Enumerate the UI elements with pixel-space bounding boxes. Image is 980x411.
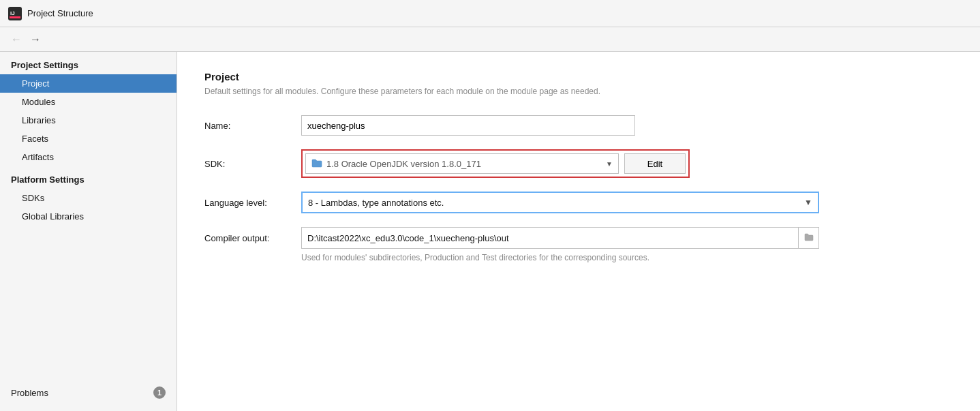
nav-bar: ← → bbox=[0, 27, 980, 52]
back-button[interactable]: ← bbox=[8, 31, 25, 48]
name-input[interactable] bbox=[301, 115, 635, 136]
sidebar-item-sdks[interactable]: SDKs bbox=[0, 189, 177, 207]
compiler-output-row: Compiler output: Used for modules' subdi… bbox=[204, 227, 953, 262]
problems-item[interactable]: Problems 1 bbox=[0, 380, 177, 406]
svg-text:IJ: IJ bbox=[10, 10, 15, 16]
sdk-edit-button[interactable]: Edit bbox=[624, 153, 686, 174]
folder-browse-icon bbox=[804, 232, 814, 243]
section-title: Project bbox=[204, 71, 953, 82]
sdk-dropdown-arrow-icon: ▼ bbox=[606, 160, 613, 168]
name-row: Name: bbox=[204, 115, 953, 136]
compiler-row-inner: Compiler output: bbox=[204, 227, 953, 249]
forward-button[interactable]: → bbox=[27, 31, 44, 48]
sdk-wrapper: 1.8 Oracle OpenJDK version 1.8.0_171 ▼ E… bbox=[301, 149, 690, 178]
language-level-value: 8 - Lambdas, type annotations etc. bbox=[308, 198, 800, 208]
language-level-row: Language level: 8 - Lambdas, type annota… bbox=[204, 192, 953, 213]
compiler-input-wrapper bbox=[301, 227, 819, 249]
sdk-label: SDK: bbox=[204, 159, 293, 169]
sdk-row: SDK: 1.8 Oracle OpenJDK version 1.8.0_17… bbox=[204, 149, 953, 178]
sdk-dropdown[interactable]: 1.8 Oracle OpenJDK version 1.8.0_171 ▼ bbox=[305, 153, 619, 174]
name-label: Name: bbox=[204, 121, 293, 131]
main-container: Project Settings Project Modules Librari… bbox=[0, 52, 980, 411]
sdk-folder-icon bbox=[311, 158, 322, 170]
sidebar-item-facets[interactable]: Facets bbox=[0, 130, 177, 148]
problems-badge: 1 bbox=[153, 386, 166, 399]
sidebar-item-artifacts[interactable]: Artifacts bbox=[0, 148, 177, 166]
svg-rect-1 bbox=[10, 16, 20, 18]
sidebar-item-global-libraries[interactable]: Global Libraries bbox=[0, 207, 177, 226]
problems-label: Problems bbox=[11, 388, 48, 398]
compiler-browse-button[interactable] bbox=[798, 228, 818, 248]
compiler-output-label: Compiler output: bbox=[204, 233, 293, 243]
project-settings-header: Project Settings bbox=[0, 52, 177, 74]
sidebar-item-libraries[interactable]: Libraries bbox=[0, 111, 177, 130]
sidebar-item-modules[interactable]: Modules bbox=[0, 93, 177, 111]
content-area: Project Default settings for all modules… bbox=[177, 52, 980, 411]
language-level-dropdown[interactable]: 8 - Lambdas, type annotations etc. ▼ bbox=[301, 192, 819, 213]
sidebar: Project Settings Project Modules Librari… bbox=[0, 52, 177, 411]
sidebar-item-project[interactable]: Project bbox=[0, 74, 177, 93]
title-bar: IJ Project Structure bbox=[0, 0, 980, 27]
compiler-hint: Used for modules' subdirectories, Produc… bbox=[301, 253, 953, 262]
compiler-output-input[interactable] bbox=[302, 228, 798, 248]
language-level-label: Language level: bbox=[204, 198, 293, 208]
section-description: Default settings for all modules. Config… bbox=[204, 87, 953, 96]
title-bar-text: Project Structure bbox=[27, 8, 93, 18]
sdk-dropdown-text: 1.8 Oracle OpenJDK version 1.8.0_171 bbox=[326, 159, 602, 169]
app-icon: IJ bbox=[8, 7, 22, 20]
language-level-arrow-icon: ▼ bbox=[804, 198, 812, 207]
platform-settings-header: Platform Settings bbox=[0, 166, 177, 189]
